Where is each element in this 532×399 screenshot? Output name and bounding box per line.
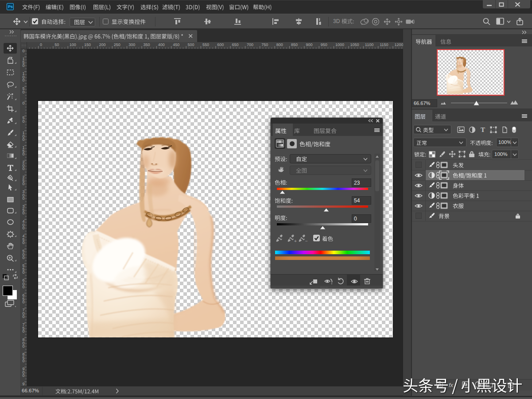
svg-text:T: T (481, 126, 485, 133)
svg-text:−: − (305, 239, 308, 243)
svg-text:+: + (294, 239, 297, 243)
